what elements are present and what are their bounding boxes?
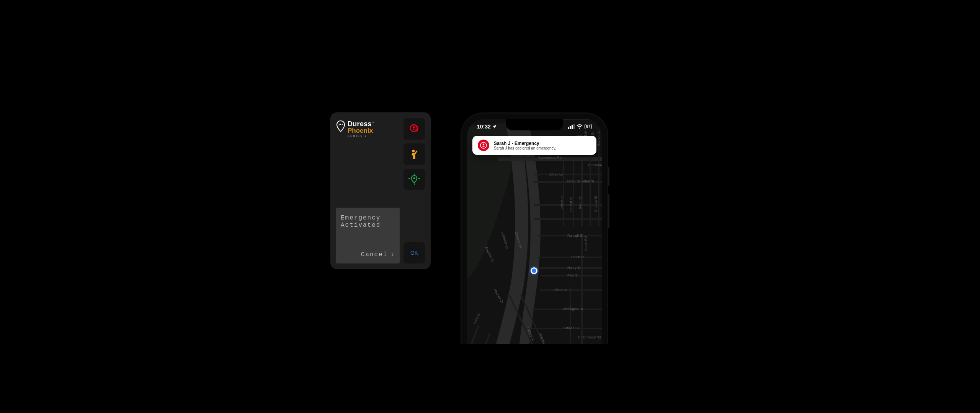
street-label: Upton Rd [584,236,588,251]
street-label: Union St [571,255,585,259]
svg-point-42 [483,144,485,146]
emergency-button[interactable] [403,118,425,140]
assist-button[interactable] [403,143,425,165]
street-label: Charnwood Rd [578,335,601,339]
svg-point-4 [413,126,415,128]
wifi-icon [577,124,583,129]
svg-point-2 [342,124,343,125]
street-label: Alfred St [567,179,580,183]
street-label: Peel St [567,273,578,277]
svg-point-10 [413,177,415,179]
svg-point-5 [412,150,415,153]
status-time: 10:32 [477,124,491,130]
chevron-right-icon: › [390,251,395,258]
svg-point-0 [339,124,340,125]
svg-point-1 [340,124,341,125]
person-waving-icon [408,148,420,160]
location-button[interactable] [403,169,425,190]
street-label: Wellington St [563,307,583,311]
cancel-button[interactable]: Cancel › [341,251,395,258]
svg-rect-11 [568,127,569,129]
brand-name-1: Duress [348,120,372,128]
location-pin-icon [408,174,420,185]
cancel-label: Cancel [361,251,388,258]
phone-power-button [608,194,609,228]
street-label: Albert St [554,288,567,292]
battery-level: 87 [585,124,592,129]
brand-pin-icon [336,120,345,132]
notification-card[interactable]: Sarah J - Emergency Sarah J has declared… [472,136,596,155]
street-label: Donald St [569,197,573,212]
street-label: Raleigh St [567,234,583,237]
emergency-contact-icon [408,123,420,135]
brand-series: SERIES 2 [348,135,374,137]
status-line-2: Activated [341,222,395,229]
location-arrow-icon [492,124,497,129]
duress-device: Duress™ Phoenix SERIES 2 [331,113,430,269]
street-label: Octavia St [563,326,579,330]
street-label: Charles St [594,196,598,212]
svg-line-40 [467,333,490,344]
street-label: Commercial Rd [538,156,562,159]
svg-rect-13 [572,125,573,129]
phone-mockup: 10:32 [462,114,607,344]
svg-rect-14 [573,124,575,129]
svg-point-15 [579,128,580,129]
street-label: Commerc [588,163,602,167]
street-label: Alfred Ln [549,172,563,176]
cellular-signal-icon [568,124,575,129]
notification-emergency-icon [478,140,489,151]
ok-label: OK [410,250,418,256]
notification-title: Sarah J - Emergency [494,141,556,146]
device-screen: Emergency Activated Cancel › [336,208,400,263]
svg-line-39 [467,325,479,344]
street-label: Athol St [582,179,594,183]
brand-trademark: ™ [372,121,374,124]
street-label: Henry St [567,266,581,270]
phone-notch [506,119,563,130]
notification-body: Sarah J has declared an emergency. [494,146,556,150]
ok-button[interactable]: OK [403,242,425,263]
street-label: Alfred St [560,195,564,209]
brand-name-2: Phoenix [348,127,374,134]
phone-volume-button [608,167,609,186]
svg-rect-12 [570,126,571,129]
status-line-1: Emergency [341,215,395,222]
user-location-dot [531,267,537,274]
brand-logo: Duress™ Phoenix SERIES 2 [336,120,400,137]
street-label: Perth St [578,196,582,209]
street-label: Burnett St [597,130,601,146]
